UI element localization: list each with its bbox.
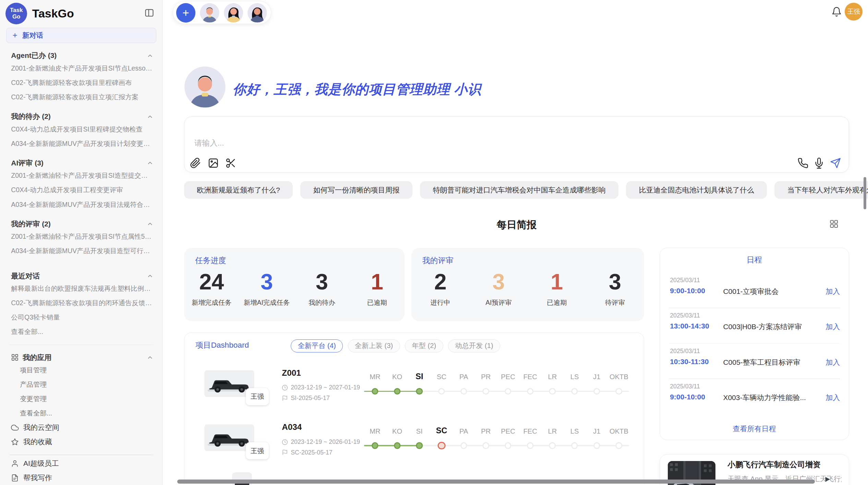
event-divider [669,308,840,308]
milestone-dot [616,388,622,395]
project-next-milestone: SC-2025-05-17 [282,449,332,456]
microphone-icon[interactable] [813,158,824,169]
sidebar-item[interactable]: C0X4-动力总成开发项目工程变更评审 [0,183,162,197]
attachment-icon[interactable] [190,158,201,169]
send-icon[interactable] [830,158,841,169]
sidebar-item[interactable]: C02-飞腾新能源轻客改款项目立项汇报方案 [0,90,162,104]
milestone-track: MRKOSISCPAPRPECFECLRLSJ1OKTB [364,426,630,452]
milestone-dot [549,442,556,449]
scissors-icon[interactable] [225,158,236,169]
logo-text-bottom: Go [12,14,21,20]
sidebar-tool[interactable]: 帮我写作 [0,471,162,485]
milestone-dot [527,388,533,395]
layout-grid-icon[interactable] [829,219,839,228]
sidebar-section-recent[interactable]: 最近对话 [0,271,162,282]
sidebar-link[interactable]: 我的收藏 [0,435,162,449]
milestone-track: MRKOSISCPAPRPECFECLRLSJ1OKTB [364,371,630,398]
view-all-schedule-link[interactable]: 查看所有日程 [660,424,849,434]
voice-call-icon[interactable] [797,158,808,169]
join-event-link[interactable]: 加入 [825,358,840,367]
sidebar-section-header[interactable]: 我的待办 (2) [0,111,162,122]
sidebar-item[interactable]: 查看全部... [0,406,162,420]
project-id[interactable]: Z001 [282,368,301,378]
image-upload-icon[interactable] [208,158,219,169]
suggestion-chip[interactable]: 当下年轻人对汽车外观有怎样的喜好趋势 [774,181,868,199]
schedule-event: 2025/03/11 9:00-10:00 X003-车辆动力学性能验... 加… [670,381,840,416]
dashboard-tab[interactable]: 动总开发 (1) [448,339,500,353]
chevron-up-icon [147,160,153,166]
sidebar-item[interactable]: A034-全新新能源MUV产品开发项目计划变更表编写 [0,136,162,151]
project-id[interactable]: A034 [282,422,302,432]
suggestion-chip[interactable]: 特朗普可能对进口汽车增税会对中国车企造成哪些影响 [420,181,618,199]
sidebar-item[interactable]: A034-全新新能源MUV产品开发项目造型可行性评审 [0,244,162,258]
suggestion-chip[interactable]: 欧洲新规最近颁布了什么? [184,181,293,199]
dashboard-tab[interactable]: 年型 (2) [405,339,443,353]
suggestion-chips: 欧洲新规最近颁布了什么?如何写一份清晰的项目周报特朗普可能对进口汽车增税会对中国… [184,181,868,199]
dashboard-tab[interactable]: 全新上装 (3) [348,339,400,353]
sidebar-section-my-apps[interactable]: 我的应用 [0,352,162,363]
notification-bell-icon[interactable] [831,7,842,17]
sidebar-collapse-icon[interactable] [144,8,155,19]
sidebar-tools: AI超级员工帮我写作创意制图 [0,456,162,485]
project-next-milestone: SI-2025-05-17 [282,395,329,402]
milestone-label: FEC [523,427,537,435]
stat-in-progress: 2进行中 [411,269,470,307]
sidebar-item[interactable]: 查看全部... [0,324,162,339]
sidebar-link[interactable]: 我的云空间 [0,420,162,435]
event-date: 2025/03/11 [670,383,700,390]
sidebar-tool[interactable]: AI超级员工 [0,456,162,471]
join-event-link[interactable]: 加入 [825,322,840,332]
member-avatar[interactable] [224,3,243,23]
sidebar-item[interactable]: 变更管理 [0,391,162,406]
suggestion-chip[interactable]: 比亚迪全固态电池计划具体说了什么 [626,181,767,199]
plus-icon: + [13,30,17,40]
suggestion-chip[interactable]: 如何写一份清晰的项目周报 [300,181,412,199]
new-chat-button[interactable]: + 新对话 [6,28,156,43]
member-avatar[interactable] [200,3,219,23]
sidebar-section-header[interactable]: Agent已办 (3) [0,50,162,61]
user-avatar[interactable]: 王强 [845,3,863,21]
member-avatar[interactable] [248,3,267,23]
join-event-link[interactable]: 加入 [825,393,840,402]
sidebar-item[interactable]: A034-全新新能源MUV产品开发项目法规符合性评审 [0,197,162,212]
sidebar-item[interactable]: 产品管理 [0,377,162,391]
join-event-link[interactable]: 加入 [825,287,840,296]
dashboard-tabs: 全新平台 (4)全新上装 (3)年型 (2)动总开发 (1) [291,339,500,353]
stat-new-done: 24新增完成任务 [184,269,239,307]
schedule-card: 日程 2025/03/11 9:00-10:00 C001-立项审批会 加入20… [660,248,849,440]
sidebar-links: 我的云空间我的收藏 [0,420,162,449]
milestone-label: PA [459,373,468,381]
add-session-button[interactable]: + [176,3,196,23]
cloud-icon [11,424,19,432]
sidebar-item[interactable]: 解释最新出台的欧盟报废车法规再生塑料比例被调至15%... [0,281,162,296]
milestone-dot [460,442,467,449]
star-icon [11,438,19,446]
event-date: 2025/03/11 [670,348,700,355]
sidebar-item[interactable]: Z001-全新燃油皮卡产品开发项目SI节点Lesson Learn报告 [0,61,162,75]
chevron-up-icon [147,273,153,279]
sidebar-item[interactable]: C02-飞腾新能源轻客改款项目里程碑画布 [0,75,162,90]
milestone-label: SI [416,427,423,435]
milestone-label: PA [459,427,468,435]
sidebar-item[interactable]: Z001-全新燃油轻卡产品开发项目SI造型提交物评审 [0,168,162,183]
milestone-label: SC [436,426,447,435]
milestone-dot [438,388,445,395]
chat-input[interactable] [190,138,744,158]
sidebar-divider [9,345,153,345]
sidebar-item[interactable]: Z001-全新燃油轻卡产品开发项目SI节点属性5D文件评审 [0,229,162,244]
milestone-label: J1 [593,427,600,435]
sidebar-item[interactable]: C02-飞腾新能源轻客改款项目的闭环通告反馈情况 [0,296,162,310]
greeting-text: 你好，王强，我是你的项目管理助理 小识 [233,81,481,99]
vertical-scrollbar[interactable] [864,177,866,209]
dashboard-tab[interactable]: 全新平台 (4) [291,339,343,353]
sidebar-item[interactable]: 项目管理 [0,363,162,377]
sidebar-item[interactable]: 公司Q3轻卡销量 [0,310,162,324]
horizontal-scrollbar[interactable] [177,480,815,483]
sidebar-section-header[interactable]: 我的评审 (2) [0,219,162,229]
milestone-dot [438,442,446,450]
sidebar-section-header[interactable]: AI评审 (3) [0,158,162,169]
chat-input-card [184,116,849,173]
sidebar-item[interactable]: C0X4-动力总成开发项目SI里程碑提交物检查 [0,122,162,136]
scroll-right-arrow-icon[interactable]: ▶ [825,475,830,483]
milestone-label: PEC [501,427,515,435]
